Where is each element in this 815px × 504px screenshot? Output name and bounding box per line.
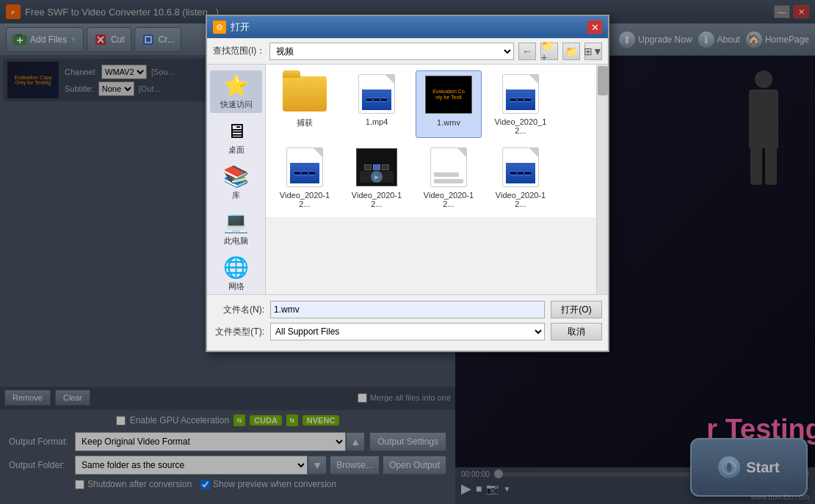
quickaccess-label: 快速访问: [220, 99, 253, 110]
video-inner-v1: [506, 90, 535, 110]
location-label: 查找范围(I)：: [213, 45, 265, 57]
video1-icon: [497, 73, 544, 114]
filmstrip-v1: [510, 98, 531, 102]
filmstrip-v2: [294, 171, 315, 175]
sidebar-item-library[interactable]: 📚 库: [210, 161, 262, 204]
dialog-sidebar: ⭐ 快速访问 🖥 桌面 📚 库 💻 此电脑: [207, 65, 266, 294]
sidebar-item-desktop[interactable]: 🖥 桌面: [210, 116, 262, 158]
location-select[interactable]: 视频: [269, 43, 514, 60]
filmstrip-v5: [510, 171, 531, 175]
nav-new-folder-button[interactable]: 📁: [562, 43, 580, 60]
grid-item-capture[interactable]: 捕获: [272, 70, 338, 138]
1wmv-label: 1.wmv: [437, 118, 460, 127]
dialog-icon: ⚙: [213, 21, 226, 34]
grid-item-video4[interactable]: Video_2020-12...: [416, 144, 482, 211]
thispc-icon: 💻: [223, 210, 249, 234]
nav-up-button[interactable]: 📁+: [540, 43, 558, 60]
grid-item-1mp4[interactable]: 1.mp4: [344, 70, 410, 138]
film-cell: [382, 164, 389, 170]
capture-folder-icon: [281, 73, 328, 114]
folder-shape: [283, 76, 327, 112]
filetype-label: 文件类型(T):: [213, 326, 264, 338]
video3-icon: ▶: [353, 147, 400, 188]
video-shape-v1: [502, 74, 539, 114]
film-cell: [366, 98, 372, 102]
file-grid-container: 捕获: [266, 65, 608, 294]
dialog-overlay: ⚙ 打开 ✕ 查找范围(I)： 视频 ← 📁+ 📁 ⊞▼: [0, 0, 815, 504]
video2-icon: [281, 147, 328, 188]
dialog-toolbar: 查找范围(I)： 视频 ← 📁+ 📁 ⊞▼: [207, 38, 608, 65]
video-inner-v2: [290, 163, 319, 183]
film-cell: [364, 164, 372, 170]
1mp4-icon: [353, 73, 400, 114]
video4-icon: [425, 147, 472, 188]
view-toggle-button[interactable]: ⊞▼: [584, 43, 602, 60]
video-shape-1mp4: [358, 74, 395, 114]
quickaccess-icon: ⭐: [223, 73, 249, 98]
video5-label: Video_2020-12...: [490, 191, 551, 208]
dark-film-cells: [364, 164, 389, 170]
film-cell: [373, 164, 380, 170]
video1-label: Video_2020_12...: [490, 117, 551, 135]
scrollbar-thumb[interactable]: [598, 66, 608, 95]
dark-inner: ▶: [360, 171, 394, 183]
dialog-open-button[interactable]: 打开(O): [551, 301, 602, 318]
grid-item-video3[interactable]: ▶ Video_2020-12...: [344, 144, 410, 211]
dialog-scrollbar[interactable]: [596, 65, 608, 294]
dialog-title: 打开: [231, 21, 250, 34]
library-label: 库: [232, 190, 240, 201]
filmstrip-1mp4: [366, 98, 387, 102]
eval-thumb: Evaluation Conly for Testi: [425, 76, 472, 114]
filetype-select[interactable]: All Support Files: [270, 323, 545, 340]
doc-shape: [430, 147, 467, 187]
filename-row: 文件名(N): 打开(O): [213, 301, 602, 318]
nav-back-button[interactable]: ←: [518, 43, 536, 60]
filename-input[interactable]: [270, 301, 545, 318]
eval-thumb-text: Evaluation Conly for Testi: [432, 89, 465, 101]
grid-item-video5[interactable]: Video_2020-12...: [488, 144, 554, 211]
video3-label: Video_2020-12...: [347, 191, 407, 208]
grid-item-video2[interactable]: Video_2020-12...: [272, 144, 338, 211]
video-inner-v5: [506, 163, 535, 183]
doc-line2: [434, 172, 459, 177]
film-cell: [525, 98, 531, 102]
sidebar-item-network[interactable]: 🌐 网络: [210, 252, 262, 294]
video5-icon: [497, 147, 544, 188]
file-grid: 捕获: [266, 65, 608, 217]
network-label: 网络: [228, 281, 245, 292]
desktop-label: 桌面: [228, 145, 245, 156]
film-cell: [510, 98, 516, 102]
film-cell: [518, 171, 524, 175]
dialog-bottom: 文件名(N): 打开(O) 文件类型(T): All Support Files…: [207, 294, 608, 351]
library-icon: 📚: [223, 164, 249, 189]
play-icon-dark: ▶: [371, 171, 383, 183]
sidebar-item-thispc[interactable]: 💻 此电脑: [210, 207, 262, 249]
video2-label: Video_2020-12...: [275, 191, 335, 208]
video4-label: Video_2020-12...: [419, 191, 479, 208]
video-inner-1mp4: [362, 90, 391, 110]
thispc-label: 此电脑: [224, 235, 248, 246]
film-cell: [525, 171, 531, 175]
network-icon: 🌐: [223, 255, 249, 280]
dialog-body: ⭐ 快速访问 🖥 桌面 📚 库 💻 此电脑: [207, 65, 608, 294]
dialog-title-bar: ⚙ 打开 ✕: [207, 16, 608, 38]
video-shape-v2: [286, 147, 323, 187]
sidebar-item-quickaccess[interactable]: ⭐ 快速访问: [210, 70, 262, 113]
capture-label: 捕获: [297, 117, 313, 128]
1mp4-label: 1.mp4: [366, 117, 388, 126]
film-cell: [510, 171, 516, 175]
app-window: F Free SWF to Video Converter 10.6.8 (li…: [0, 0, 815, 504]
dialog-close-button[interactable]: ✕: [587, 21, 602, 34]
doc-line1: [434, 179, 463, 183]
film-cell: [518, 98, 524, 102]
film-cell: [309, 171, 315, 175]
film-cell: [294, 171, 300, 175]
grid-item-1wmv[interactable]: Evaluation Conly for Testi 1.wmv: [416, 70, 482, 138]
dialog-cancel-button[interactable]: 取消: [551, 323, 602, 340]
play-triangle: ▶: [374, 174, 379, 180]
filename-label: 文件名(N):: [213, 304, 264, 316]
grid-item-video1[interactable]: Video_2020_12...: [488, 70, 554, 138]
dark-video-shape: ▶: [356, 148, 397, 186]
film-cell: [302, 171, 308, 175]
film-cell: [381, 98, 387, 102]
